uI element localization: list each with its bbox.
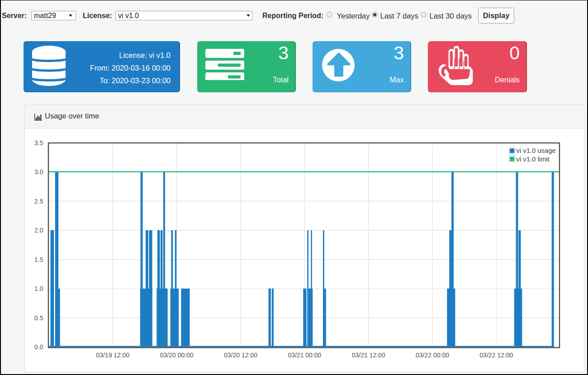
svg-text:1.0: 1.0 — [34, 285, 43, 292]
svg-text:03/20 00:00: 03/20 00:00 — [160, 351, 194, 359]
svg-text:vi v1.0 usage: vi v1.0 usage — [517, 147, 556, 154]
svg-text:2.0: 2.0 — [34, 227, 43, 234]
svg-text:3.5: 3.5 — [34, 139, 43, 147]
svg-text:03/19 12:00: 03/19 12:00 — [96, 351, 129, 359]
svg-text:vi v1.0 limit: vi v1.0 limit — [517, 156, 550, 163]
svg-text:03/21 00:00: 03/21 00:00 — [288, 351, 321, 359]
svg-text:03/22 00:00: 03/22 00:00 — [416, 351, 449, 359]
svg-text:03/22 12:00: 03/22 12:00 — [479, 351, 513, 359]
svg-text:3.0: 3.0 — [34, 168, 43, 176]
svg-text:0.5: 0.5 — [34, 314, 43, 322]
svg-text:1.5: 1.5 — [34, 256, 43, 263]
svg-text:0.0: 0.0 — [34, 343, 43, 351]
svg-text:2.5: 2.5 — [34, 198, 43, 205]
svg-text:03/20 12:00: 03/20 12:00 — [224, 351, 257, 359]
svg-text:03/21 12:00: 03/21 12:00 — [352, 351, 385, 359]
